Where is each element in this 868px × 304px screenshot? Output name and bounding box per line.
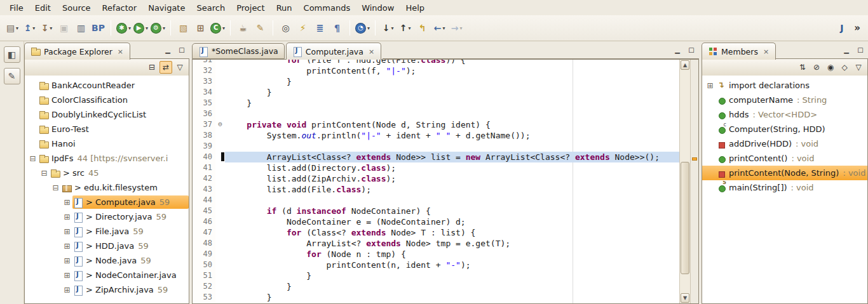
jar-export-button[interactable]: ☕ [235, 20, 251, 36]
hide-fields-button[interactable]: ⊘ [810, 61, 823, 74]
menu-file[interactable]: File [4, 1, 29, 15]
javadoc-button[interactable]: ✎ [252, 20, 268, 36]
search-button[interactable]: ◎ [278, 20, 294, 36]
tree-item[interactable]: BankAccountReader [25, 78, 189, 93]
code-line[interactable]: 49 for (Node n : tmp) { [193, 249, 679, 260]
menu-edit[interactable]: Edit [29, 1, 57, 15]
member-item[interactable]: main(String[]): void [702, 180, 867, 195]
hide-static-members-button[interactable]: ◉ [824, 61, 837, 74]
minimize-view-button[interactable]: ▁ [841, 45, 852, 55]
scroll-up-button[interactable]: ▲ [681, 60, 689, 70]
debug-button[interactable]: ✱▾ [116, 20, 132, 36]
close-view-icon[interactable]: × [763, 48, 770, 56]
tree-item[interactable]: ⊞> NodeContainer.java [25, 268, 189, 282]
view-menu-button[interactable]: ▽ [852, 61, 865, 74]
restore-views-button[interactable]: ◧ [4, 46, 20, 63]
tree-item[interactable]: ⊞> File.java59 [25, 224, 189, 239]
tree-item[interactable]: ⊟> src45 [25, 166, 189, 180]
hide-non-public-button[interactable]: ◇ [838, 61, 851, 74]
menu-navigate[interactable]: Navigate [142, 1, 191, 15]
code-line[interactable]: 33 } [193, 76, 679, 87]
scrollbar-thumb[interactable] [681, 162, 689, 274]
code-line[interactable]: 41 list.add(Directory.class); [193, 162, 679, 173]
new-class-button[interactable]: C▾ [210, 20, 226, 36]
new-package-button[interactable]: ⊞ [193, 20, 208, 36]
tree-expander-icon[interactable]: ⊞ [62, 213, 72, 221]
code-line[interactable]: 37⊖ private void printContent(Node d, St… [193, 119, 679, 130]
scroll-down-button[interactable]: ▼ [681, 293, 689, 303]
code-line[interactable]: 46 NodeContainer e = (NodeContainer) d; [193, 216, 679, 227]
menu-window[interactable]: Window [356, 1, 400, 15]
collapse-all-button[interactable]: ⊟ [146, 61, 158, 74]
next-annotation-button[interactable]: ↓▾ [380, 20, 396, 36]
maximize-view-button[interactable]: □ [176, 45, 187, 55]
tree-expander-icon[interactable]: ⊟ [50, 183, 61, 192]
new-java-project-button[interactable]: ▧ [175, 20, 191, 36]
code-line[interactable]: 34 } [193, 87, 679, 98]
sort-members-button[interactable]: ⇅ [796, 61, 809, 74]
tree-expander-icon[interactable]: ⊞ [62, 286, 72, 294]
tree-item[interactable]: ⊟IpdFs44 [https://svnserver.i [25, 151, 189, 166]
code-line[interactable]: 53 } [193, 292, 679, 303]
maximize-editor-button[interactable]: □ [686, 45, 697, 55]
member-item[interactable]: computerName: String [702, 93, 867, 107]
code-line[interactable]: 47 for (Class<? extends Node> T : list) … [193, 227, 679, 238]
skip-breakpoints-button[interactable]: BP [90, 20, 106, 36]
web-browser-button[interactable]: ◔▾ [355, 20, 370, 36]
vertical-scrollbar[interactable]: ▲ ▼ [679, 60, 690, 303]
view-menu-button[interactable]: ▽ [173, 61, 186, 74]
editor-tab[interactable]: Computer.java× [286, 43, 381, 60]
member-expander-icon[interactable]: ⊞ [705, 81, 715, 90]
menu-help[interactable]: Help [400, 1, 430, 15]
code-line[interactable]: 43 list.add(File.class); [193, 184, 679, 195]
close-view-icon[interactable]: × [117, 48, 124, 56]
member-item[interactable]: hdds: Vector<HDD> [702, 107, 867, 122]
tree-expander-icon[interactable]: ⊞ [62, 271, 72, 280]
tree-item[interactable]: ⊞> Computer.java59 [25, 195, 189, 209]
svn-update-button[interactable]: ↧▾ [39, 20, 55, 36]
code-line[interactable]: 32 printContent(f, "|-"); [193, 65, 679, 76]
tree-item[interactable]: ⊞> Node.java59 [25, 253, 189, 268]
menu-run[interactable]: Run [271, 1, 298, 15]
tree-item[interactable]: Euro-Test [25, 122, 189, 136]
overview-ruler[interactable] [690, 60, 698, 303]
toolbar-overflow-chevron[interactable]: » [850, 22, 864, 34]
tree-item[interactable]: DoublyLinkedCyclicList [25, 107, 189, 122]
external-tools-button[interactable]: ⚙▾ [150, 20, 166, 36]
back-button[interactable]: ←▾ [431, 20, 447, 36]
menu-project[interactable]: Project [231, 1, 270, 15]
minimize-editor-button[interactable]: ▁ [672, 45, 683, 55]
tree-item[interactable]: ⊞> HDD.java59 [25, 239, 189, 253]
previous-annotation-button[interactable]: ↑▾ [397, 20, 413, 36]
mark-occurrences-button[interactable]: ⚡ [295, 20, 311, 36]
code-line[interactable]: 45 if (d instanceof NodeContainer) { [193, 206, 679, 216]
fold-collapse-icon[interactable]: ⊖ [215, 119, 225, 130]
code-line[interactable]: 52 } [193, 281, 679, 292]
run-button[interactable]: ▶▾ [133, 20, 149, 36]
show-whitespace-button[interactable]: ¶ [329, 20, 345, 36]
member-item[interactable]: printContent(): void [702, 151, 867, 166]
code-line[interactable]: 39 [193, 141, 679, 152]
last-edit-location-button[interactable]: ↰ [414, 20, 430, 36]
members-tab[interactable]: Members × [702, 43, 776, 60]
menu-source[interactable]: Source [57, 1, 97, 15]
minimize-view-button[interactable]: ▁ [162, 45, 173, 55]
package-explorer-tab[interactable]: Package Explorer × [24, 43, 130, 60]
tree-item[interactable]: ⊞> Directory.java59 [25, 209, 189, 224]
member-item[interactable]: ⊞import declarations [702, 78, 867, 93]
code-line[interactable]: 35 } [193, 98, 679, 109]
tree-expander-icon[interactable]: ⊞ [62, 198, 72, 207]
code-line[interactable]: 48 ArrayList<? extends Node> tmp = e.get… [193, 238, 679, 249]
tree-expander-icon[interactable]: ⊞ [62, 256, 72, 265]
console-button[interactable]: ≣ [312, 20, 328, 36]
code-column[interactable]: 31 for (File f : hdd.get(File.class)) {3… [193, 60, 679, 303]
tree-item[interactable]: ⊞> ZipArchiv.java59 [25, 282, 189, 297]
tree-expander-icon[interactable]: ⊟ [39, 169, 50, 178]
member-item[interactable]: printContent(Node, String): void [702, 166, 867, 180]
tree-item[interactable]: ⊟> edu.kit.filesystem [25, 180, 189, 195]
minimized-view-button[interactable]: ✎ [4, 68, 20, 84]
maximize-view-button[interactable]: □ [855, 45, 866, 55]
tree-item[interactable]: ColorClassification [25, 93, 189, 107]
tree-expander-icon[interactable]: ⊞ [62, 242, 72, 251]
new-wizard-button[interactable]: ▤▾ [4, 20, 20, 36]
